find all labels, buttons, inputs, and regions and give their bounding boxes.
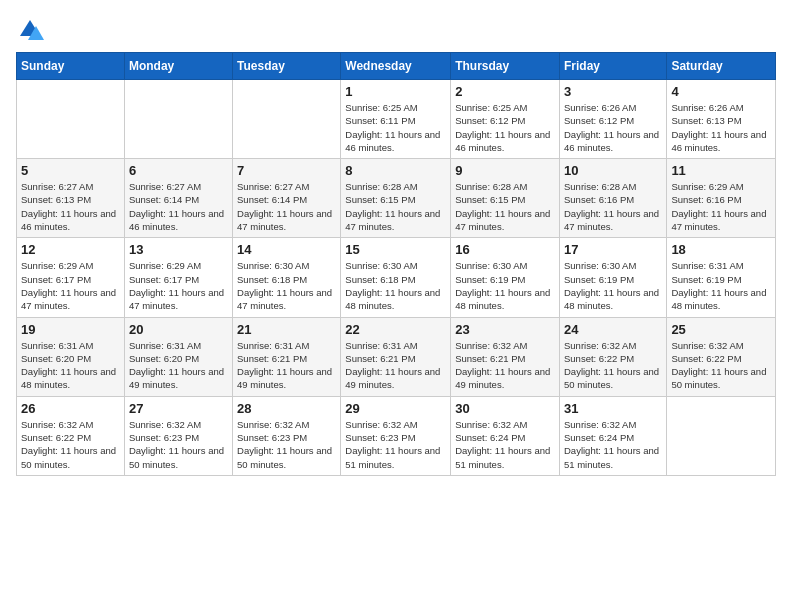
calendar-cell: 24Sunrise: 6:32 AM Sunset: 6:22 PM Dayli… bbox=[559, 317, 666, 396]
day-info: Sunrise: 6:31 AM Sunset: 6:20 PM Dayligh… bbox=[21, 339, 120, 392]
day-number: 18 bbox=[671, 242, 771, 257]
day-number: 14 bbox=[237, 242, 336, 257]
day-number: 6 bbox=[129, 163, 228, 178]
weekday-header-saturday: Saturday bbox=[667, 53, 776, 80]
calendar-cell: 4Sunrise: 6:26 AM Sunset: 6:13 PM Daylig… bbox=[667, 80, 776, 159]
page-header bbox=[16, 16, 776, 44]
day-number: 24 bbox=[564, 322, 662, 337]
calendar-cell: 21Sunrise: 6:31 AM Sunset: 6:21 PM Dayli… bbox=[233, 317, 341, 396]
calendar-week-3: 12Sunrise: 6:29 AM Sunset: 6:17 PM Dayli… bbox=[17, 238, 776, 317]
day-info: Sunrise: 6:27 AM Sunset: 6:14 PM Dayligh… bbox=[237, 180, 336, 233]
day-info: Sunrise: 6:32 AM Sunset: 6:23 PM Dayligh… bbox=[237, 418, 336, 471]
day-info: Sunrise: 6:28 AM Sunset: 6:15 PM Dayligh… bbox=[455, 180, 555, 233]
day-info: Sunrise: 6:32 AM Sunset: 6:22 PM Dayligh… bbox=[21, 418, 120, 471]
day-info: Sunrise: 6:32 AM Sunset: 6:22 PM Dayligh… bbox=[564, 339, 662, 392]
calendar-cell: 23Sunrise: 6:32 AM Sunset: 6:21 PM Dayli… bbox=[451, 317, 560, 396]
day-number: 3 bbox=[564, 84, 662, 99]
calendar-cell: 9Sunrise: 6:28 AM Sunset: 6:15 PM Daylig… bbox=[451, 159, 560, 238]
day-info: Sunrise: 6:32 AM Sunset: 6:22 PM Dayligh… bbox=[671, 339, 771, 392]
day-number: 11 bbox=[671, 163, 771, 178]
day-info: Sunrise: 6:31 AM Sunset: 6:21 PM Dayligh… bbox=[237, 339, 336, 392]
weekday-header-thursday: Thursday bbox=[451, 53, 560, 80]
day-number: 1 bbox=[345, 84, 446, 99]
weekday-header-tuesday: Tuesday bbox=[233, 53, 341, 80]
day-info: Sunrise: 6:30 AM Sunset: 6:18 PM Dayligh… bbox=[237, 259, 336, 312]
day-number: 16 bbox=[455, 242, 555, 257]
weekday-header-friday: Friday bbox=[559, 53, 666, 80]
calendar-week-4: 19Sunrise: 6:31 AM Sunset: 6:20 PM Dayli… bbox=[17, 317, 776, 396]
day-number: 4 bbox=[671, 84, 771, 99]
day-info: Sunrise: 6:28 AM Sunset: 6:16 PM Dayligh… bbox=[564, 180, 662, 233]
day-info: Sunrise: 6:31 AM Sunset: 6:19 PM Dayligh… bbox=[671, 259, 771, 312]
day-number: 2 bbox=[455, 84, 555, 99]
calendar-cell: 20Sunrise: 6:31 AM Sunset: 6:20 PM Dayli… bbox=[124, 317, 232, 396]
calendar-cell: 15Sunrise: 6:30 AM Sunset: 6:18 PM Dayli… bbox=[341, 238, 451, 317]
day-info: Sunrise: 6:29 AM Sunset: 6:16 PM Dayligh… bbox=[671, 180, 771, 233]
calendar-week-5: 26Sunrise: 6:32 AM Sunset: 6:22 PM Dayli… bbox=[17, 396, 776, 475]
day-info: Sunrise: 6:32 AM Sunset: 6:23 PM Dayligh… bbox=[129, 418, 228, 471]
calendar-cell: 28Sunrise: 6:32 AM Sunset: 6:23 PM Dayli… bbox=[233, 396, 341, 475]
day-info: Sunrise: 6:25 AM Sunset: 6:12 PM Dayligh… bbox=[455, 101, 555, 154]
calendar-cell: 17Sunrise: 6:30 AM Sunset: 6:19 PM Dayli… bbox=[559, 238, 666, 317]
calendar-cell: 25Sunrise: 6:32 AM Sunset: 6:22 PM Dayli… bbox=[667, 317, 776, 396]
day-number: 5 bbox=[21, 163, 120, 178]
calendar-table: SundayMondayTuesdayWednesdayThursdayFrid… bbox=[16, 52, 776, 476]
calendar-cell: 27Sunrise: 6:32 AM Sunset: 6:23 PM Dayli… bbox=[124, 396, 232, 475]
day-info: Sunrise: 6:32 AM Sunset: 6:23 PM Dayligh… bbox=[345, 418, 446, 471]
weekday-header-monday: Monday bbox=[124, 53, 232, 80]
calendar-cell: 10Sunrise: 6:28 AM Sunset: 6:16 PM Dayli… bbox=[559, 159, 666, 238]
calendar-week-2: 5Sunrise: 6:27 AM Sunset: 6:13 PM Daylig… bbox=[17, 159, 776, 238]
calendar-cell: 19Sunrise: 6:31 AM Sunset: 6:20 PM Dayli… bbox=[17, 317, 125, 396]
calendar-week-1: 1Sunrise: 6:25 AM Sunset: 6:11 PM Daylig… bbox=[17, 80, 776, 159]
calendar-cell: 1Sunrise: 6:25 AM Sunset: 6:11 PM Daylig… bbox=[341, 80, 451, 159]
day-info: Sunrise: 6:30 AM Sunset: 6:19 PM Dayligh… bbox=[564, 259, 662, 312]
day-info: Sunrise: 6:29 AM Sunset: 6:17 PM Dayligh… bbox=[21, 259, 120, 312]
day-number: 22 bbox=[345, 322, 446, 337]
calendar-cell: 14Sunrise: 6:30 AM Sunset: 6:18 PM Dayli… bbox=[233, 238, 341, 317]
day-number: 12 bbox=[21, 242, 120, 257]
day-info: Sunrise: 6:26 AM Sunset: 6:12 PM Dayligh… bbox=[564, 101, 662, 154]
day-info: Sunrise: 6:29 AM Sunset: 6:17 PM Dayligh… bbox=[129, 259, 228, 312]
calendar-cell: 18Sunrise: 6:31 AM Sunset: 6:19 PM Dayli… bbox=[667, 238, 776, 317]
day-number: 17 bbox=[564, 242, 662, 257]
calendar-cell bbox=[667, 396, 776, 475]
calendar-cell: 3Sunrise: 6:26 AM Sunset: 6:12 PM Daylig… bbox=[559, 80, 666, 159]
calendar-cell: 22Sunrise: 6:31 AM Sunset: 6:21 PM Dayli… bbox=[341, 317, 451, 396]
calendar-cell: 5Sunrise: 6:27 AM Sunset: 6:13 PM Daylig… bbox=[17, 159, 125, 238]
calendar-cell: 7Sunrise: 6:27 AM Sunset: 6:14 PM Daylig… bbox=[233, 159, 341, 238]
day-info: Sunrise: 6:31 AM Sunset: 6:20 PM Dayligh… bbox=[129, 339, 228, 392]
calendar-cell: 6Sunrise: 6:27 AM Sunset: 6:14 PM Daylig… bbox=[124, 159, 232, 238]
calendar-cell: 12Sunrise: 6:29 AM Sunset: 6:17 PM Dayli… bbox=[17, 238, 125, 317]
day-number: 23 bbox=[455, 322, 555, 337]
day-number: 19 bbox=[21, 322, 120, 337]
day-info: Sunrise: 6:27 AM Sunset: 6:13 PM Dayligh… bbox=[21, 180, 120, 233]
day-info: Sunrise: 6:28 AM Sunset: 6:15 PM Dayligh… bbox=[345, 180, 446, 233]
day-number: 21 bbox=[237, 322, 336, 337]
day-info: Sunrise: 6:32 AM Sunset: 6:24 PM Dayligh… bbox=[455, 418, 555, 471]
day-number: 29 bbox=[345, 401, 446, 416]
day-number: 10 bbox=[564, 163, 662, 178]
calendar-cell: 8Sunrise: 6:28 AM Sunset: 6:15 PM Daylig… bbox=[341, 159, 451, 238]
weekday-header-row: SundayMondayTuesdayWednesdayThursdayFrid… bbox=[17, 53, 776, 80]
day-number: 30 bbox=[455, 401, 555, 416]
day-number: 15 bbox=[345, 242, 446, 257]
day-info: Sunrise: 6:31 AM Sunset: 6:21 PM Dayligh… bbox=[345, 339, 446, 392]
weekday-header-wednesday: Wednesday bbox=[341, 53, 451, 80]
page-container: SundayMondayTuesdayWednesdayThursdayFrid… bbox=[0, 0, 792, 492]
calendar-cell: 29Sunrise: 6:32 AM Sunset: 6:23 PM Dayli… bbox=[341, 396, 451, 475]
day-number: 28 bbox=[237, 401, 336, 416]
calendar-cell bbox=[124, 80, 232, 159]
day-number: 8 bbox=[345, 163, 446, 178]
calendar-cell: 30Sunrise: 6:32 AM Sunset: 6:24 PM Dayli… bbox=[451, 396, 560, 475]
day-number: 26 bbox=[21, 401, 120, 416]
calendar-cell: 11Sunrise: 6:29 AM Sunset: 6:16 PM Dayli… bbox=[667, 159, 776, 238]
logo-icon bbox=[16, 16, 44, 44]
day-info: Sunrise: 6:32 AM Sunset: 6:21 PM Dayligh… bbox=[455, 339, 555, 392]
day-number: 9 bbox=[455, 163, 555, 178]
calendar-cell bbox=[17, 80, 125, 159]
day-number: 27 bbox=[129, 401, 228, 416]
day-info: Sunrise: 6:30 AM Sunset: 6:19 PM Dayligh… bbox=[455, 259, 555, 312]
calendar-cell: 16Sunrise: 6:30 AM Sunset: 6:19 PM Dayli… bbox=[451, 238, 560, 317]
day-number: 20 bbox=[129, 322, 228, 337]
day-number: 31 bbox=[564, 401, 662, 416]
